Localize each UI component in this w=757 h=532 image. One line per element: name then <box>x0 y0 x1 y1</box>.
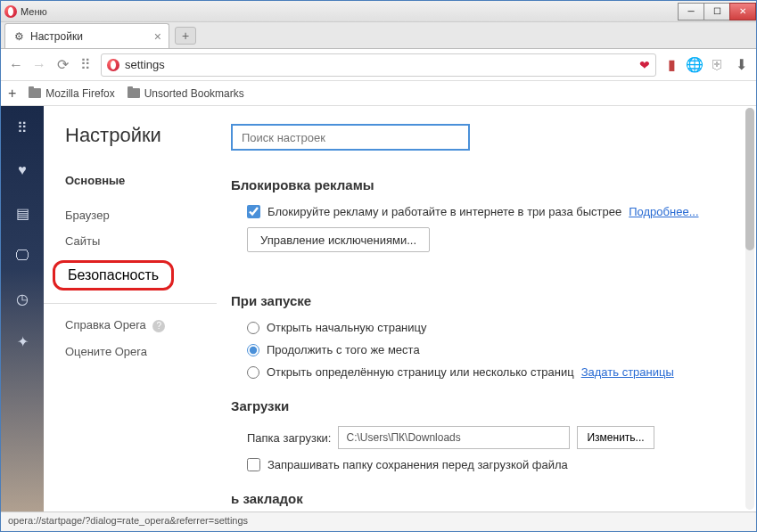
radio-label: Открыть начальную страницу <box>267 321 427 334</box>
page-title: Настройки <box>65 124 231 147</box>
settings-content: Блокировка рекламы Блокируйте рекламу и … <box>231 106 756 512</box>
scrollbar-thumb[interactable] <box>745 108 754 250</box>
vpn-globe-icon[interactable]: 🌐 <box>687 57 703 73</box>
menu-label[interactable]: Меню <box>21 6 47 17</box>
bookmark-folder[interactable]: Unsorted Bookmarks <box>128 87 244 100</box>
status-bar: opera://startpage/?dialog=rate_opera&ref… <box>1 512 756 531</box>
sidebar-section-main[interactable]: Основные <box>65 174 231 187</box>
main-content: ⠿ ♥ ▤ 🖵 ◷ ✦ Настройки Основные Браузер С… <box>1 106 756 512</box>
heart-icon[interactable]: ❤ <box>639 58 650 72</box>
settings-sidebar: Настройки Основные Браузер Сайты Безопас… <box>44 106 231 512</box>
search-settings-input[interactable] <box>231 124 470 151</box>
startup-radio-continue[interactable] <box>247 344 259 356</box>
tab-close-icon[interactable]: × <box>154 29 161 44</box>
download-icon[interactable]: ⬇ <box>733 57 749 73</box>
forward-button[interactable]: → <box>31 57 47 73</box>
tabs-rail-icon[interactable]: 🖵 <box>13 247 31 265</box>
adblock-section: Блокировка рекламы Блокируйте рекламу и … <box>231 177 729 274</box>
opera-url-icon <box>107 59 119 71</box>
url-field[interactable]: ❤ <box>101 53 656 77</box>
sidebar-item-sites[interactable]: Сайты <box>65 234 231 248</box>
sidebar-toggle-icon[interactable]: ▮ <box>663 57 679 73</box>
sidebar-item-security[interactable]: Безопасность <box>53 260 174 291</box>
new-tab-button[interactable]: + <box>175 27 196 45</box>
tab-bar: ⚙ Настройки × + <box>1 22 756 49</box>
folder-icon <box>128 88 140 98</box>
startup-radio-pages[interactable] <box>247 366 259 379</box>
section-title: ь закладок <box>231 491 729 506</box>
startup-section: При запуске Открыть начальную страницу П… <box>231 293 729 379</box>
sidebar-item-label: Безопасность <box>68 267 159 282</box>
section-title: Загрузки <box>231 398 729 413</box>
startup-radio-home[interactable] <box>247 322 259 334</box>
close-button[interactable]: ✕ <box>729 3 756 20</box>
download-folder-label: Папка загрузки: <box>247 431 331 445</box>
adblock-more-link[interactable]: Подробнее... <box>629 205 698 218</box>
download-folder-input[interactable] <box>338 426 570 449</box>
shield-icon[interactable]: ⛨ <box>710 57 726 73</box>
back-button[interactable]: ← <box>8 57 24 73</box>
ask-folder-label: Запрашивать папку сохранения перед загру… <box>267 458 568 471</box>
radio-label: Открыть определённую страницу или нескол… <box>267 365 574 379</box>
bookmarks-panel-section: ь закладок <box>231 491 729 506</box>
set-pages-link[interactable]: Задать страницы <box>581 365 674 379</box>
url-input[interactable] <box>125 58 634 71</box>
bookmarks-bar: + Mozilla Firefox Unsorted Bookmarks <box>1 81 756 106</box>
adblock-checkbox[interactable] <box>247 205 260 218</box>
address-bar: ← → ⟳ ⠿ ❤ ▮ 🌐 ⛨ ⬇ <box>1 49 756 81</box>
reload-button[interactable]: ⟳ <box>54 57 70 73</box>
section-title: При запуске <box>231 293 729 308</box>
opera-logo-icon[interactable] <box>4 5 17 18</box>
section-title: Блокировка рекламы <box>231 177 729 192</box>
minimize-button[interactable]: ─ <box>678 3 704 20</box>
adblock-label: Блокируйте рекламу и работайте в интерне… <box>267 205 621 218</box>
add-bookmark-button[interactable]: + <box>8 86 16 102</box>
help-icon: ? <box>152 320 165 332</box>
speed-dial-icon[interactable]: ⠿ <box>78 57 94 73</box>
folder-icon <box>29 88 41 98</box>
downloads-section: Загрузки Папка загрузки: Изменить... Зап… <box>231 398 729 471</box>
content-scrollbar[interactable] <box>745 108 754 510</box>
news-rail-icon[interactable]: ▤ <box>13 204 31 222</box>
tab-settings[interactable]: ⚙ Настройки × <box>4 23 169 48</box>
bookmark-folder[interactable]: Mozilla Firefox <box>29 87 114 100</box>
radio-label: Продолжить с того же места <box>267 343 420 356</box>
bookmarks-rail-icon[interactable]: ♥ <box>13 161 31 179</box>
tab-label: Настройки <box>30 30 83 43</box>
history-rail-icon[interactable]: ◷ <box>13 290 31 307</box>
speed-dial-rail-icon[interactable]: ⠿ <box>13 119 31 136</box>
left-rail: ⠿ ♥ ▤ 🖵 ◷ ✦ <box>1 106 44 512</box>
status-text: opera://startpage/?dialog=rate_opera&ref… <box>8 515 248 526</box>
sidebar-item-browser[interactable]: Браузер <box>65 209 231 222</box>
sidebar-item-rate[interactable]: Оцените Opera <box>65 345 231 358</box>
maximize-button[interactable]: ☐ <box>704 3 730 20</box>
extensions-rail-icon[interactable]: ✦ <box>13 332 31 350</box>
gear-icon: ⚙ <box>12 30 25 43</box>
change-folder-button[interactable]: Изменить... <box>577 426 654 449</box>
manage-exceptions-button[interactable]: Управление исключениями... <box>247 227 430 252</box>
sidebar-item-help[interactable]: Справка Opera ? <box>65 318 231 332</box>
ask-folder-checkbox[interactable] <box>247 458 260 471</box>
window-titlebar: Меню ─ ☐ ✕ <box>1 1 756 22</box>
